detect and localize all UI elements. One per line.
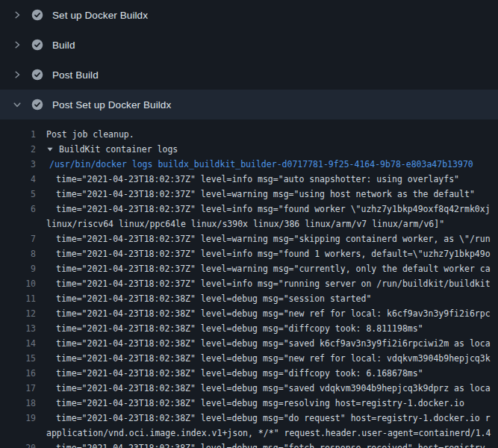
check-circle-icon (31, 69, 43, 81)
log-text: time="2021-04-23T18:02:37Z" level=warnin… (46, 231, 498, 246)
check-circle-icon (31, 99, 43, 111)
log-text: Post job cleanup. (46, 127, 498, 142)
log-row: 6time="2021-04-23T18:02:37Z" level=info … (0, 202, 498, 217)
line-number[interactable]: 2 (0, 142, 36, 157)
log-row: 11time="2021-04-23T18:02:38Z" level=debu… (0, 291, 498, 306)
line-number[interactable]: 9 (0, 261, 36, 276)
log-text: linux/riscv64 linux/ppc64le linux/s390x … (46, 217, 498, 231)
log-text: time="2021-04-23T18:02:38Z" level=debug … (46, 396, 498, 411)
log-row: 9time="2021-04-23T18:02:37Z" level=warni… (0, 261, 498, 276)
log-text: time="2021-04-23T18:02:38Z" level=debug … (46, 411, 498, 426)
log-text: time="2021-04-23T18:02:38Z" level=debug … (46, 351, 498, 366)
actions-log-viewer: Set up Docker BuildxBuildPost BuildPost … (0, 0, 498, 448)
log-text: time="2021-04-23T18:02:38Z" level=debug … (46, 291, 498, 306)
line-number[interactable]: 7 (0, 231, 36, 246)
group-label: BuildKit container logs (59, 142, 178, 157)
log-text: time="2021-04-23T18:02:38Z" level=debug … (46, 336, 498, 351)
line-number[interactable]: 3 (0, 157, 36, 172)
step-header-1[interactable]: Build (0, 30, 498, 60)
line-number (0, 426, 36, 441)
line-number[interactable]: 16 (0, 366, 36, 381)
triangle-down-icon (46, 146, 54, 153)
log-text: time="2021-04-23T18:02:37Z" level=info m… (46, 172, 498, 187)
log-row: 12time="2021-04-23T18:02:38Z" level=debu… (0, 306, 498, 321)
line-number[interactable]: 11 (0, 291, 36, 306)
line-number[interactable]: 17 (0, 381, 36, 396)
log-text: time="2021-04-23T18:02:38Z" level=debug … (46, 306, 498, 321)
log-text: time="2021-04-23T18:02:37Z" level=warnin… (46, 261, 498, 276)
chevron-right-icon (12, 10, 22, 19)
log-lines: 1Post job cleanup.2BuildKit container lo… (0, 119, 498, 448)
line-number[interactable]: 1 (0, 127, 36, 142)
line-number[interactable]: 8 (0, 246, 36, 261)
line-number[interactable]: 20 (0, 441, 36, 448)
check-circle-icon (31, 39, 43, 51)
step-title: Set up Docker Buildx (52, 10, 148, 21)
line-number[interactable]: 18 (0, 396, 36, 411)
log-text: time="2021-04-23T18:02:37Z" level=info m… (46, 246, 498, 261)
log-text: application/vnd.oci.image.index.v1+json,… (46, 426, 498, 441)
check-circle-icon (31, 9, 43, 21)
log-text: time="2021-04-23T18:02:38Z" level=debug … (46, 321, 498, 336)
log-row: linux/riscv64 linux/ppc64le linux/s390x … (0, 217, 498, 231)
line-number[interactable]: 5 (0, 187, 36, 202)
chevron-right-icon (12, 40, 22, 49)
log-group-toggle[interactable]: BuildKit container logs (46, 142, 498, 157)
log-row: 10time="2021-04-23T18:02:37Z" level=info… (0, 276, 498, 291)
step-title: Build (52, 40, 75, 51)
log-row: 15time="2021-04-23T18:02:38Z" level=debu… (0, 351, 498, 366)
line-number[interactable]: 19 (0, 411, 36, 426)
log-text: time="2021-04-23T18:02:38Z" level=debug … (46, 366, 498, 381)
command-text: /usr/bin/docker logs buildx_buildkit_bui… (46, 157, 498, 172)
line-number[interactable]: 14 (0, 336, 36, 351)
log-row: 7time="2021-04-23T18:02:37Z" level=warni… (0, 231, 498, 246)
log-text: time="2021-04-23T18:02:37Z" level=info m… (46, 202, 498, 217)
line-number[interactable]: 6 (0, 202, 36, 217)
step-header-3[interactable]: Post Set up Docker Buildx (0, 90, 498, 119)
log-row: 8time="2021-04-23T18:02:37Z" level=info … (0, 246, 498, 261)
step-list: Set up Docker BuildxBuildPost BuildPost … (0, 0, 498, 119)
chevron-right-icon (12, 70, 22, 79)
log-text: time="2021-04-23T18:02:38Z" level=debug … (46, 441, 498, 448)
log-text: time="2021-04-23T18:02:38Z" level=debug … (46, 381, 498, 396)
line-number[interactable]: 13 (0, 321, 36, 336)
log-row: 20time="2021-04-23T18:02:38Z" level=debu… (0, 441, 498, 448)
log-row: 14time="2021-04-23T18:02:38Z" level=debu… (0, 336, 498, 351)
step-title: Post Set up Docker Buildx (52, 99, 171, 111)
log-row: 13time="2021-04-23T18:02:38Z" level=debu… (0, 321, 498, 336)
line-number[interactable]: 4 (0, 172, 36, 187)
step-header-0[interactable]: Set up Docker Buildx (0, 0, 498, 30)
line-number[interactable]: 15 (0, 351, 36, 366)
log-row: application/vnd.oci.image.index.v1+json,… (0, 426, 498, 441)
log-row: 17time="2021-04-23T18:02:38Z" level=debu… (0, 381, 498, 396)
step-title: Post Build (52, 69, 99, 81)
log-row: 19time="2021-04-23T18:02:38Z" level=debu… (0, 411, 498, 426)
log-row: 1Post job cleanup. (0, 127, 498, 142)
log-row: 18time="2021-04-23T18:02:38Z" level=debu… (0, 396, 498, 411)
log-row: 3/usr/bin/docker logs buildx_buildkit_bu… (0, 157, 498, 172)
line-number (0, 217, 36, 231)
log-row: 5time="2021-04-23T18:02:37Z" level=warni… (0, 187, 498, 202)
log-text: time="2021-04-23T18:02:37Z" level=info m… (46, 276, 498, 291)
log-row: 16time="2021-04-23T18:02:38Z" level=debu… (0, 366, 498, 381)
line-number[interactable]: 12 (0, 306, 36, 321)
chevron-down-icon (12, 100, 22, 109)
log-row: 4time="2021-04-23T18:02:37Z" level=info … (0, 172, 498, 187)
step-header-2[interactable]: Post Build (0, 60, 498, 90)
log-row: 2BuildKit container logs (0, 142, 498, 157)
log-text: time="2021-04-23T18:02:37Z" level=warnin… (46, 187, 498, 202)
line-number[interactable]: 10 (0, 276, 36, 291)
